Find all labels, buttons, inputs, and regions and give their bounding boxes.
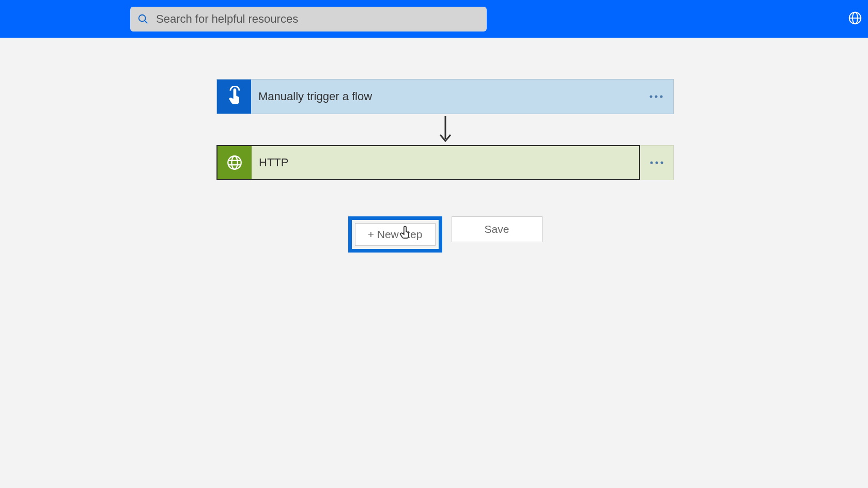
svg-point-5 bbox=[650, 96, 653, 98]
search-placeholder: Search for helpful resources bbox=[156, 12, 298, 26]
http-menu-button[interactable] bbox=[640, 145, 674, 180]
top-bar: Search for helpful resources bbox=[0, 0, 868, 38]
trigger-card[interactable]: Manually trigger a flow bbox=[216, 79, 674, 114]
flow-canvas: Manually trigger a flow bbox=[0, 38, 868, 253]
new-step-highlight: + New step bbox=[348, 216, 442, 253]
http-icon-box bbox=[218, 146, 252, 179]
svg-point-7 bbox=[660, 96, 663, 98]
svg-point-14 bbox=[656, 162, 658, 164]
trigger-menu-button[interactable] bbox=[639, 80, 673, 114]
svg-point-10 bbox=[231, 156, 237, 169]
actions-row: + New step Save bbox=[348, 216, 542, 253]
http-step-title: HTTP bbox=[252, 146, 639, 179]
http-step-row: HTTP bbox=[216, 145, 674, 180]
http-step-card[interactable]: HTTP bbox=[216, 145, 640, 180]
new-step-button[interactable]: + New step bbox=[355, 223, 436, 246]
globe-icon bbox=[226, 154, 243, 171]
svg-point-6 bbox=[655, 96, 658, 98]
trigger-title: Manually trigger a flow bbox=[251, 80, 639, 114]
trigger-icon-box bbox=[217, 80, 251, 114]
save-button[interactable]: Save bbox=[452, 216, 542, 242]
arrow-down-icon bbox=[438, 115, 453, 144]
search-icon bbox=[137, 13, 149, 25]
ellipsis-icon bbox=[649, 95, 663, 99]
svg-point-9 bbox=[228, 156, 241, 169]
flow-connector[interactable] bbox=[216, 114, 674, 145]
search-box[interactable]: Search for helpful resources bbox=[130, 7, 487, 32]
svg-point-0 bbox=[139, 14, 146, 21]
tap-icon bbox=[225, 86, 243, 107]
svg-point-15 bbox=[661, 162, 663, 164]
environment-icon[interactable] bbox=[847, 10, 863, 28]
svg-line-1 bbox=[145, 20, 148, 23]
svg-point-13 bbox=[650, 162, 653, 164]
ellipsis-icon bbox=[649, 161, 664, 165]
